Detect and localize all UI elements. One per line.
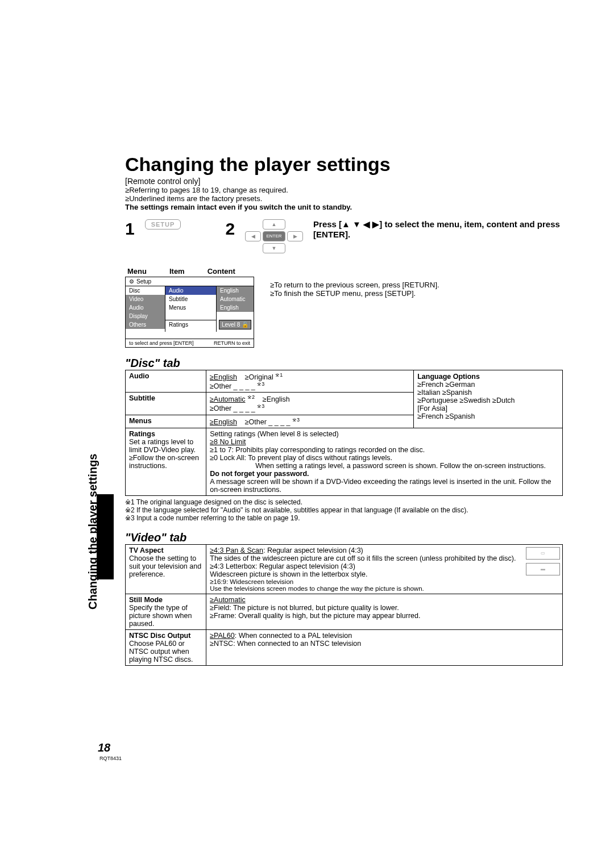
disc-audio-content: ≥English ≥Original ※1≥Other _ _ _ _ ※3 — [206, 370, 414, 393]
aspect-c3: ≥16:9: Widescreen televisionUse the tele… — [210, 578, 522, 592]
ratings-table: Ratings Set a ratings level to limit DVD… — [125, 428, 563, 496]
ratings-header: Ratings — [129, 430, 155, 438]
step1-number: 1 — [125, 219, 135, 239]
video-table: TV Aspect Choose the setting to suit you… — [125, 544, 563, 666]
letterbox-icon: ▬ — [526, 563, 560, 575]
osd-menu-disc: Disc — [126, 286, 165, 295]
lang-asia: [For Asia] — [417, 404, 559, 412]
ratings-c5: When setting a ratings level, a password… — [210, 462, 559, 470]
ratings-c6: Do not forget your password. — [210, 470, 559, 478]
disc-menus-content: ≥English ≥Other _ _ _ _ ※3 — [206, 415, 414, 428]
ntsc-header: NTSC Disc Output — [129, 632, 190, 640]
nav-up-button[interactable]: ▲ — [263, 219, 285, 229]
nav-down-button[interactable]: ▼ — [263, 243, 285, 253]
note-3: The settings remain intact even if you s… — [125, 203, 563, 211]
lang-row2: ≥Italian ≥Spanish — [417, 389, 559, 397]
osd-content-menus: English — [217, 303, 254, 312]
nav-left-button[interactable]: ◀ — [245, 231, 261, 241]
osd-menu-others: Others — [126, 320, 165, 329]
footnote-1: ※1 The original language designed on the… — [125, 498, 563, 506]
language-options-box: Language Options ≥French ≥German ≥Italia… — [414, 370, 563, 428]
nav-right-button[interactable]: ▶ — [287, 231, 303, 241]
page-title: Changing the player settings — [125, 153, 563, 176]
footnote-2: ※2 If the language selected for "Audio" … — [125, 506, 563, 514]
note-2: ≥Underlined items are the factory preset… — [125, 194, 563, 203]
disc-subtitle-header: Subtitle — [126, 393, 206, 415]
still-c1: ≥Automatic — [210, 596, 559, 604]
note-1: ≥Referring to pages 18 to 19, change as … — [125, 186, 563, 194]
disc-tab-title: "Disc" tab — [125, 357, 563, 370]
ratings-sub: Set a ratings level to limit DVD-Video p… — [129, 438, 199, 470]
osd-item-audio: Audio — [165, 286, 216, 295]
page-number: 18 — [98, 741, 110, 754]
aspect-sub: Choose the setting to suit your televisi… — [129, 554, 201, 578]
ratings-c4: ≥0 Lock All: To prevent play of discs wi… — [210, 454, 559, 462]
remote-only: [Remote control only] — [125, 177, 563, 186]
ratings-c7: A message screen will be shown if a DVD-… — [210, 478, 559, 494]
osd-content-subtitle: Automatic — [217, 295, 254, 303]
osd-content-ratings: Level 8 🔓 — [219, 320, 251, 329]
osd-item-subtitle: Subtitle — [165, 295, 216, 303]
ratings-c1: Setting ratings (When level 8 is selecte… — [210, 430, 559, 438]
still-c2: ≥Field: The picture is not blurred, but … — [210, 604, 559, 612]
ratings-c2: ≥8 No Limit — [210, 438, 559, 446]
aspect-header: TV Aspect — [129, 546, 164, 554]
osd-item-menus: Menus — [165, 303, 216, 312]
osd-footer-left: to select and press [ENTER] — [129, 340, 194, 346]
lang-title: Language Options — [417, 373, 559, 381]
osd-content-audio: English — [217, 286, 254, 295]
ntsc-c2: ≥NTSC: When connected to an NTSC televis… — [210, 640, 559, 648]
still-header: Still Mode — [129, 596, 163, 604]
osd-header-item: Item — [169, 267, 185, 276]
aspect-c2: ≥4:3 Letterbox: Regular aspect televisio… — [210, 562, 522, 578]
side-vertical-title: Changing the player settings — [86, 454, 99, 610]
return-line-2: ≥To finish the SETUP menu, press [SETUP]… — [270, 289, 497, 298]
osd-menu-display: Display — [126, 312, 165, 320]
osd-menu-audio: Audio — [126, 303, 165, 312]
panscan-icon: ▭ — [526, 547, 560, 560]
footnote-3: ※3 Input a code number referring to the … — [125, 514, 563, 522]
gear-icon: ⚙ — [129, 278, 134, 285]
ntsc-c1: ≥PAL60: When connected to a PAL televisi… — [210, 632, 559, 640]
lang-row1: ≥French ≥German — [417, 381, 559, 389]
disc-subtitle-content: ≥Automatic ※2 ≥English≥Other _ _ _ _ ※3 — [206, 393, 414, 415]
disc-audio-header: Audio — [126, 370, 206, 393]
ntsc-sub: Choose PAL60 or NTSC output when playing… — [129, 640, 193, 663]
osd-footer-right: RETURN to exit — [214, 340, 250, 346]
step2-number: 2 — [225, 219, 235, 239]
disc-menus-header: Menus — [126, 415, 206, 428]
osd-screen: ⚙ Setup Disc Video Audio Display Others … — [125, 277, 254, 348]
lang-row3: ≥Portuguese ≥Swedish ≥Dutch — [417, 397, 559, 404]
still-sub: Specify the type of picture shown when p… — [129, 604, 192, 628]
video-tab-title: "Video" tab — [125, 531, 563, 544]
disc-table: Audio ≥English ≥Original ※1≥Other _ _ _ … — [125, 370, 414, 428]
osd-header-menu: Menu — [127, 267, 147, 276]
still-c3: ≥Frame: Overall quality is high, but the… — [210, 612, 559, 620]
osd-header-content: Content — [208, 267, 235, 276]
osd-item-ratings: Ratings — [165, 320, 216, 329]
osd-title: Setup — [136, 278, 151, 285]
lang-row4: ≥French ≥Spanish — [417, 412, 559, 420]
nav-pad: ▲ ◀ ENTER ▶ ▼ — [245, 219, 303, 253]
ratings-c3: ≥1 to 7: Prohibits play corresponding to… — [210, 446, 559, 454]
doc-code: RQT8431 — [99, 756, 122, 761]
osd-menu-video: Video — [126, 295, 165, 303]
setup-button[interactable]: SETUP — [145, 219, 181, 229]
step2-instruction: Press [▲ ▼ ◀ ▶] to select the menu, item… — [313, 219, 563, 239]
nav-enter-button[interactable]: ENTER — [263, 231, 285, 241]
return-line-1: ≥To return to the previous screen, press… — [270, 281, 497, 289]
aspect-c1: ≥4:3 Pan & Scan: Regular aspect televisi… — [210, 546, 522, 562]
